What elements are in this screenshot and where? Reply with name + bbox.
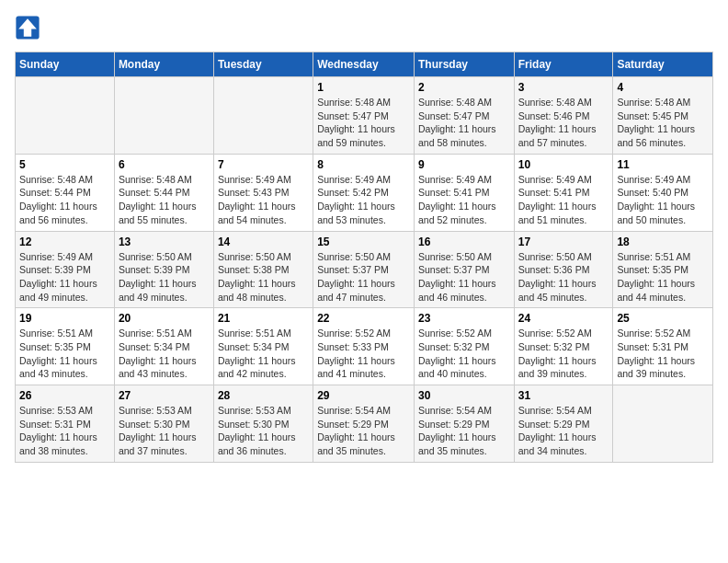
day-info: Sunrise: 5:49 AMSunset: 5:40 PMDaylight:… bbox=[617, 173, 709, 227]
day-number: 2 bbox=[418, 81, 510, 94]
weekday-header-tuesday: Tuesday bbox=[213, 52, 313, 77]
calendar-cell: 21Sunrise: 5:51 AMSunset: 5:34 PMDayligh… bbox=[213, 308, 313, 385]
day-number: 26 bbox=[19, 389, 110, 402]
calendar-cell: 20Sunrise: 5:51 AMSunset: 5:34 PMDayligh… bbox=[114, 308, 213, 385]
calendar-cell: 15Sunrise: 5:50 AMSunset: 5:37 PMDayligh… bbox=[313, 231, 415, 308]
day-info: Sunrise: 5:50 AMSunset: 5:37 PMDaylight:… bbox=[418, 250, 510, 304]
day-info: Sunrise: 5:51 AMSunset: 5:35 PMDaylight:… bbox=[19, 327, 110, 381]
calendar-cell: 31Sunrise: 5:54 AMSunset: 5:29 PMDayligh… bbox=[514, 385, 613, 463]
calendar-cell: 16Sunrise: 5:50 AMSunset: 5:37 PMDayligh… bbox=[414, 231, 514, 308]
week-row-3: 12Sunrise: 5:49 AMSunset: 5:39 PMDayligh… bbox=[16, 231, 713, 308]
day-info: Sunrise: 5:48 AMSunset: 5:47 PMDaylight:… bbox=[317, 96, 410, 150]
day-number: 15 bbox=[317, 236, 410, 248]
calendar-cell: 14Sunrise: 5:50 AMSunset: 5:38 PMDayligh… bbox=[213, 231, 313, 308]
calendar-cell: 7Sunrise: 5:49 AMSunset: 5:43 PMDaylight… bbox=[213, 154, 313, 231]
calendar-cell: 3Sunrise: 5:48 AMSunset: 5:46 PMDaylight… bbox=[514, 77, 613, 155]
day-number: 23 bbox=[418, 312, 510, 325]
day-number: 28 bbox=[218, 389, 309, 402]
day-number: 7 bbox=[218, 158, 309, 171]
day-info: Sunrise: 5:49 AMSunset: 5:39 PMDaylight:… bbox=[19, 250, 110, 304]
day-number: 29 bbox=[317, 389, 410, 402]
day-number: 12 bbox=[19, 236, 110, 248]
calendar-cell: 25Sunrise: 5:52 AMSunset: 5:31 PMDayligh… bbox=[613, 308, 713, 385]
calendar-table: SundayMondayTuesdayWednesdayThursdayFrid… bbox=[15, 52, 713, 463]
calendar-cell: 4Sunrise: 5:48 AMSunset: 5:45 PMDaylight… bbox=[613, 77, 713, 155]
day-number: 20 bbox=[119, 312, 210, 325]
calendar-cell: 12Sunrise: 5:49 AMSunset: 5:39 PMDayligh… bbox=[16, 231, 115, 308]
weekday-header-sunday: Sunday bbox=[16, 52, 115, 77]
day-info: Sunrise: 5:51 AMSunset: 5:35 PMDaylight:… bbox=[617, 250, 709, 304]
day-info: Sunrise: 5:48 AMSunset: 5:44 PMDaylight:… bbox=[119, 173, 210, 227]
day-info: Sunrise: 5:50 AMSunset: 5:36 PMDaylight:… bbox=[518, 250, 609, 304]
day-info: Sunrise: 5:48 AMSunset: 5:46 PMDaylight:… bbox=[518, 96, 609, 150]
day-number: 3 bbox=[518, 81, 609, 94]
day-number: 17 bbox=[518, 236, 609, 248]
calendar-cell: 11Sunrise: 5:49 AMSunset: 5:40 PMDayligh… bbox=[613, 154, 713, 231]
day-number: 1 bbox=[317, 81, 410, 94]
calendar-cell: 1Sunrise: 5:48 AMSunset: 5:47 PMDaylight… bbox=[313, 77, 415, 155]
calendar-cell: 8Sunrise: 5:49 AMSunset: 5:42 PMDaylight… bbox=[313, 154, 415, 231]
day-info: Sunrise: 5:54 AMSunset: 5:29 PMDaylight:… bbox=[418, 404, 510, 458]
day-number: 30 bbox=[418, 389, 510, 402]
weekday-header-wednesday: Wednesday bbox=[313, 52, 415, 77]
day-info: Sunrise: 5:54 AMSunset: 5:29 PMDaylight:… bbox=[317, 404, 410, 458]
day-info: Sunrise: 5:50 AMSunset: 5:38 PMDaylight:… bbox=[218, 250, 309, 304]
calendar-cell: 18Sunrise: 5:51 AMSunset: 5:35 PMDayligh… bbox=[613, 231, 713, 308]
day-number: 31 bbox=[518, 389, 609, 402]
day-info: Sunrise: 5:48 AMSunset: 5:47 PMDaylight:… bbox=[418, 96, 510, 150]
calendar-cell: 30Sunrise: 5:54 AMSunset: 5:29 PMDayligh… bbox=[414, 385, 514, 463]
calendar-cell: 19Sunrise: 5:51 AMSunset: 5:35 PMDayligh… bbox=[16, 308, 115, 385]
day-info: Sunrise: 5:53 AMSunset: 5:30 PMDaylight:… bbox=[119, 404, 210, 458]
logo bbox=[15, 15, 44, 40]
calendar-cell: 22Sunrise: 5:52 AMSunset: 5:33 PMDayligh… bbox=[313, 308, 415, 385]
calendar-cell bbox=[213, 77, 313, 155]
weekday-header-saturday: Saturday bbox=[613, 52, 713, 77]
calendar-cell bbox=[114, 77, 213, 155]
day-info: Sunrise: 5:54 AMSunset: 5:29 PMDaylight:… bbox=[518, 404, 609, 458]
week-row-2: 5Sunrise: 5:48 AMSunset: 5:44 PMDaylight… bbox=[16, 154, 713, 231]
week-row-5: 26Sunrise: 5:53 AMSunset: 5:31 PMDayligh… bbox=[16, 385, 713, 463]
day-info: Sunrise: 5:50 AMSunset: 5:37 PMDaylight:… bbox=[317, 250, 410, 304]
calendar-cell: 28Sunrise: 5:53 AMSunset: 5:30 PMDayligh… bbox=[213, 385, 313, 463]
day-number: 14 bbox=[218, 236, 309, 248]
day-number: 4 bbox=[617, 81, 709, 94]
week-row-1: 1Sunrise: 5:48 AMSunset: 5:47 PMDaylight… bbox=[16, 77, 713, 155]
day-info: Sunrise: 5:52 AMSunset: 5:32 PMDaylight:… bbox=[518, 327, 609, 381]
day-info: Sunrise: 5:48 AMSunset: 5:45 PMDaylight:… bbox=[617, 96, 709, 150]
calendar-cell: 10Sunrise: 5:49 AMSunset: 5:41 PMDayligh… bbox=[514, 154, 613, 231]
day-info: Sunrise: 5:49 AMSunset: 5:43 PMDaylight:… bbox=[218, 173, 309, 227]
day-number: 16 bbox=[418, 236, 510, 248]
day-info: Sunrise: 5:51 AMSunset: 5:34 PMDaylight:… bbox=[218, 327, 309, 381]
day-info: Sunrise: 5:48 AMSunset: 5:44 PMDaylight:… bbox=[19, 173, 110, 227]
day-info: Sunrise: 5:49 AMSunset: 5:41 PMDaylight:… bbox=[518, 173, 609, 227]
calendar-cell bbox=[16, 77, 115, 155]
day-info: Sunrise: 5:52 AMSunset: 5:33 PMDaylight:… bbox=[317, 327, 410, 381]
day-number: 27 bbox=[119, 389, 210, 402]
calendar-cell: 29Sunrise: 5:54 AMSunset: 5:29 PMDayligh… bbox=[313, 385, 415, 463]
day-number: 21 bbox=[218, 312, 309, 325]
day-number: 5 bbox=[19, 158, 110, 171]
calendar-cell: 13Sunrise: 5:50 AMSunset: 5:39 PMDayligh… bbox=[114, 231, 213, 308]
calendar-cell: 27Sunrise: 5:53 AMSunset: 5:30 PMDayligh… bbox=[114, 385, 213, 463]
day-info: Sunrise: 5:53 AMSunset: 5:30 PMDaylight:… bbox=[218, 404, 309, 458]
calendar-cell: 26Sunrise: 5:53 AMSunset: 5:31 PMDayligh… bbox=[16, 385, 115, 463]
weekday-header-thursday: Thursday bbox=[414, 52, 514, 77]
logo-icon bbox=[15, 15, 40, 40]
day-number: 13 bbox=[119, 236, 210, 248]
day-info: Sunrise: 5:49 AMSunset: 5:42 PMDaylight:… bbox=[317, 173, 410, 227]
day-number: 8 bbox=[317, 158, 410, 171]
day-number: 22 bbox=[317, 312, 410, 325]
day-info: Sunrise: 5:49 AMSunset: 5:41 PMDaylight:… bbox=[418, 173, 510, 227]
day-info: Sunrise: 5:52 AMSunset: 5:31 PMDaylight:… bbox=[617, 327, 709, 381]
calendar-cell: 2Sunrise: 5:48 AMSunset: 5:47 PMDaylight… bbox=[414, 77, 514, 155]
day-number: 24 bbox=[518, 312, 609, 325]
day-info: Sunrise: 5:51 AMSunset: 5:34 PMDaylight:… bbox=[119, 327, 210, 381]
day-number: 19 bbox=[19, 312, 110, 325]
day-number: 6 bbox=[119, 158, 210, 171]
day-number: 9 bbox=[418, 158, 510, 171]
calendar-cell: 24Sunrise: 5:52 AMSunset: 5:32 PMDayligh… bbox=[514, 308, 613, 385]
weekday-header-monday: Monday bbox=[114, 52, 213, 77]
page-header bbox=[15, 15, 713, 40]
calendar-cell bbox=[613, 385, 713, 463]
day-number: 25 bbox=[617, 312, 709, 325]
